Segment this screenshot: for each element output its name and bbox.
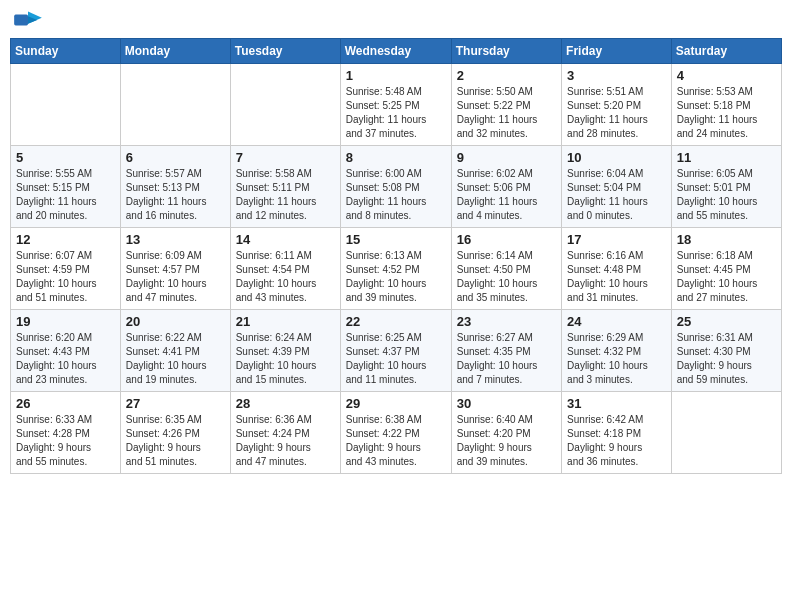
calendar-table: SundayMondayTuesdayWednesdayThursdayFrid… xyxy=(10,38,782,474)
calendar-cell: 29Sunrise: 6:38 AM Sunset: 4:22 PM Dayli… xyxy=(340,392,451,474)
day-number: 30 xyxy=(457,396,556,411)
calendar-week-2: 5Sunrise: 5:55 AM Sunset: 5:15 PM Daylig… xyxy=(11,146,782,228)
day-number: 31 xyxy=(567,396,666,411)
day-info: Sunrise: 5:57 AM Sunset: 5:13 PM Dayligh… xyxy=(126,167,225,223)
calendar-cell: 26Sunrise: 6:33 AM Sunset: 4:28 PM Dayli… xyxy=(11,392,121,474)
calendar-cell xyxy=(671,392,781,474)
day-number: 3 xyxy=(567,68,666,83)
day-number: 15 xyxy=(346,232,446,247)
day-number: 1 xyxy=(346,68,446,83)
calendar-cell: 18Sunrise: 6:18 AM Sunset: 4:45 PM Dayli… xyxy=(671,228,781,310)
day-info: Sunrise: 6:22 AM Sunset: 4:41 PM Dayligh… xyxy=(126,331,225,387)
svg-rect-0 xyxy=(14,15,28,26)
calendar-cell: 4Sunrise: 5:53 AM Sunset: 5:18 PM Daylig… xyxy=(671,64,781,146)
logo-icon xyxy=(14,10,42,30)
day-number: 19 xyxy=(16,314,115,329)
day-info: Sunrise: 5:55 AM Sunset: 5:15 PM Dayligh… xyxy=(16,167,115,223)
weekday-header-saturday: Saturday xyxy=(671,39,781,64)
day-info: Sunrise: 6:16 AM Sunset: 4:48 PM Dayligh… xyxy=(567,249,666,305)
weekday-header-tuesday: Tuesday xyxy=(230,39,340,64)
day-info: Sunrise: 6:36 AM Sunset: 4:24 PM Dayligh… xyxy=(236,413,335,469)
calendar-cell xyxy=(120,64,230,146)
day-number: 17 xyxy=(567,232,666,247)
calendar-cell: 5Sunrise: 5:55 AM Sunset: 5:15 PM Daylig… xyxy=(11,146,121,228)
day-number: 28 xyxy=(236,396,335,411)
day-info: Sunrise: 6:24 AM Sunset: 4:39 PM Dayligh… xyxy=(236,331,335,387)
calendar-week-3: 12Sunrise: 6:07 AM Sunset: 4:59 PM Dayli… xyxy=(11,228,782,310)
weekday-header-row: SundayMondayTuesdayWednesdayThursdayFrid… xyxy=(11,39,782,64)
weekday-header-thursday: Thursday xyxy=(451,39,561,64)
day-info: Sunrise: 6:25 AM Sunset: 4:37 PM Dayligh… xyxy=(346,331,446,387)
day-info: Sunrise: 6:31 AM Sunset: 4:30 PM Dayligh… xyxy=(677,331,776,387)
weekday-header-friday: Friday xyxy=(562,39,672,64)
weekday-header-sunday: Sunday xyxy=(11,39,121,64)
day-number: 5 xyxy=(16,150,115,165)
day-info: Sunrise: 6:38 AM Sunset: 4:22 PM Dayligh… xyxy=(346,413,446,469)
day-number: 10 xyxy=(567,150,666,165)
calendar-cell: 9Sunrise: 6:02 AM Sunset: 5:06 PM Daylig… xyxy=(451,146,561,228)
calendar-cell: 11Sunrise: 6:05 AM Sunset: 5:01 PM Dayli… xyxy=(671,146,781,228)
day-number: 27 xyxy=(126,396,225,411)
day-number: 8 xyxy=(346,150,446,165)
calendar-cell: 1Sunrise: 5:48 AM Sunset: 5:25 PM Daylig… xyxy=(340,64,451,146)
day-info: Sunrise: 5:51 AM Sunset: 5:20 PM Dayligh… xyxy=(567,85,666,141)
weekday-header-monday: Monday xyxy=(120,39,230,64)
calendar-cell: 7Sunrise: 5:58 AM Sunset: 5:11 PM Daylig… xyxy=(230,146,340,228)
day-number: 7 xyxy=(236,150,335,165)
calendar-cell: 23Sunrise: 6:27 AM Sunset: 4:35 PM Dayli… xyxy=(451,310,561,392)
day-number: 21 xyxy=(236,314,335,329)
calendar-cell: 24Sunrise: 6:29 AM Sunset: 4:32 PM Dayli… xyxy=(562,310,672,392)
day-number: 25 xyxy=(677,314,776,329)
calendar-cell: 3Sunrise: 5:51 AM Sunset: 5:20 PM Daylig… xyxy=(562,64,672,146)
calendar-cell: 28Sunrise: 6:36 AM Sunset: 4:24 PM Dayli… xyxy=(230,392,340,474)
calendar-cell: 2Sunrise: 5:50 AM Sunset: 5:22 PM Daylig… xyxy=(451,64,561,146)
calendar-cell: 22Sunrise: 6:25 AM Sunset: 4:37 PM Dayli… xyxy=(340,310,451,392)
calendar-week-4: 19Sunrise: 6:20 AM Sunset: 4:43 PM Dayli… xyxy=(11,310,782,392)
day-number: 6 xyxy=(126,150,225,165)
day-info: Sunrise: 6:29 AM Sunset: 4:32 PM Dayligh… xyxy=(567,331,666,387)
day-number: 4 xyxy=(677,68,776,83)
calendar-cell: 31Sunrise: 6:42 AM Sunset: 4:18 PM Dayli… xyxy=(562,392,672,474)
page-header xyxy=(10,10,782,30)
day-info: Sunrise: 6:33 AM Sunset: 4:28 PM Dayligh… xyxy=(16,413,115,469)
calendar-cell: 25Sunrise: 6:31 AM Sunset: 4:30 PM Dayli… xyxy=(671,310,781,392)
day-info: Sunrise: 6:00 AM Sunset: 5:08 PM Dayligh… xyxy=(346,167,446,223)
day-info: Sunrise: 6:18 AM Sunset: 4:45 PM Dayligh… xyxy=(677,249,776,305)
day-number: 11 xyxy=(677,150,776,165)
day-info: Sunrise: 6:11 AM Sunset: 4:54 PM Dayligh… xyxy=(236,249,335,305)
day-number: 23 xyxy=(457,314,556,329)
day-number: 26 xyxy=(16,396,115,411)
calendar-cell: 19Sunrise: 6:20 AM Sunset: 4:43 PM Dayli… xyxy=(11,310,121,392)
day-info: Sunrise: 6:09 AM Sunset: 4:57 PM Dayligh… xyxy=(126,249,225,305)
day-info: Sunrise: 5:58 AM Sunset: 5:11 PM Dayligh… xyxy=(236,167,335,223)
day-info: Sunrise: 5:48 AM Sunset: 5:25 PM Dayligh… xyxy=(346,85,446,141)
calendar-cell xyxy=(230,64,340,146)
calendar-cell xyxy=(11,64,121,146)
day-info: Sunrise: 6:05 AM Sunset: 5:01 PM Dayligh… xyxy=(677,167,776,223)
day-number: 29 xyxy=(346,396,446,411)
day-info: Sunrise: 6:35 AM Sunset: 4:26 PM Dayligh… xyxy=(126,413,225,469)
day-number: 12 xyxy=(16,232,115,247)
day-number: 20 xyxy=(126,314,225,329)
calendar-cell: 6Sunrise: 5:57 AM Sunset: 5:13 PM Daylig… xyxy=(120,146,230,228)
day-info: Sunrise: 6:20 AM Sunset: 4:43 PM Dayligh… xyxy=(16,331,115,387)
day-info: Sunrise: 6:02 AM Sunset: 5:06 PM Dayligh… xyxy=(457,167,556,223)
day-number: 22 xyxy=(346,314,446,329)
day-info: Sunrise: 5:50 AM Sunset: 5:22 PM Dayligh… xyxy=(457,85,556,141)
day-number: 9 xyxy=(457,150,556,165)
calendar-cell: 8Sunrise: 6:00 AM Sunset: 5:08 PM Daylig… xyxy=(340,146,451,228)
weekday-header-wednesday: Wednesday xyxy=(340,39,451,64)
day-info: Sunrise: 6:07 AM Sunset: 4:59 PM Dayligh… xyxy=(16,249,115,305)
calendar-cell: 14Sunrise: 6:11 AM Sunset: 4:54 PM Dayli… xyxy=(230,228,340,310)
day-number: 16 xyxy=(457,232,556,247)
day-number: 18 xyxy=(677,232,776,247)
day-info: Sunrise: 6:42 AM Sunset: 4:18 PM Dayligh… xyxy=(567,413,666,469)
day-number: 24 xyxy=(567,314,666,329)
day-info: Sunrise: 6:40 AM Sunset: 4:20 PM Dayligh… xyxy=(457,413,556,469)
day-info: Sunrise: 6:04 AM Sunset: 5:04 PM Dayligh… xyxy=(567,167,666,223)
calendar-week-1: 1Sunrise: 5:48 AM Sunset: 5:25 PM Daylig… xyxy=(11,64,782,146)
calendar-cell: 16Sunrise: 6:14 AM Sunset: 4:50 PM Dayli… xyxy=(451,228,561,310)
calendar-cell: 27Sunrise: 6:35 AM Sunset: 4:26 PM Dayli… xyxy=(120,392,230,474)
calendar-cell: 13Sunrise: 6:09 AM Sunset: 4:57 PM Dayli… xyxy=(120,228,230,310)
calendar-cell: 21Sunrise: 6:24 AM Sunset: 4:39 PM Dayli… xyxy=(230,310,340,392)
